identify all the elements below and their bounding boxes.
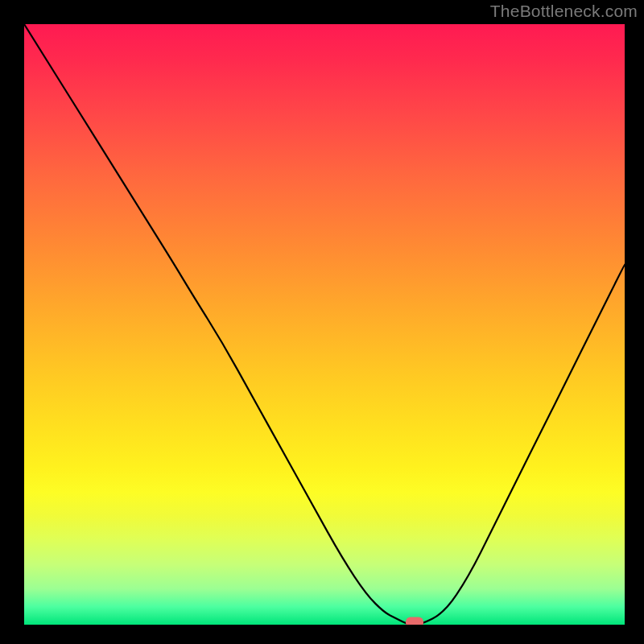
chart-line-svg — [24, 24, 625, 625]
bottleneck-curve-path — [24, 24, 625, 625]
chart-plot-area — [24, 24, 625, 625]
watermark-text: TheBottleneck.com — [490, 2, 638, 21]
optimal-point-marker — [406, 617, 423, 625]
